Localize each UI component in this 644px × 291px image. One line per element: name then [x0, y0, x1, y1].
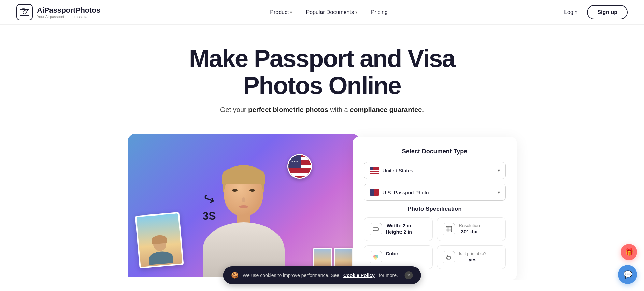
spec-printable-info: Is it printable? yes [459, 251, 487, 262]
hero-section: Make Passport and Visa Photos Online Get… [0, 25, 644, 280]
cookie-close-button[interactable]: × [405, 271, 413, 279]
country-select-wrapper: United States ▾ [364, 162, 506, 179]
doc-flag-icon [370, 189, 379, 196]
country-select-left: United States [370, 167, 413, 174]
color-svg [373, 254, 379, 260]
spec-resolution-label: Resolution [459, 223, 480, 228]
login-button[interactable]: Login [557, 6, 584, 18]
spec-dpi: 301 dpi [459, 229, 480, 234]
country-chevron-icon: ▾ [498, 168, 500, 173]
svg-point-18 [374, 256, 377, 260]
nav-product[interactable]: Product ▾ [264, 6, 298, 18]
spec-color: Color [364, 245, 433, 269]
document-select[interactable]: U.S. Passport Photo ▾ [364, 184, 506, 201]
spec-resolution: Resolution 301 dpi [437, 217, 506, 241]
document-select-wrapper: U.S. Passport Photo ▾ [364, 184, 506, 201]
cookie-emoji: 🍪 [231, 272, 239, 279]
nav-pricing-label: Pricing [371, 9, 388, 15]
hair-left [151, 235, 167, 245]
spec-width: Width: 2 in [386, 223, 412, 228]
chat-icon: 💬 [623, 270, 632, 279]
nose [242, 197, 245, 202]
logo[interactable]: AiPassportPhotos Your AI passport photo … [16, 4, 100, 20]
body-left [148, 251, 173, 265]
svg-point-22 [450, 257, 450, 258]
spec-resolution-info: Resolution 301 dpi [459, 223, 480, 234]
hero-title: Make Passport and Visa Photos Online [169, 45, 476, 99]
us-canton [370, 167, 373, 170]
nav-actions: Login Sign up [557, 5, 628, 19]
logo-name: AiPassportPhotos [37, 6, 100, 15]
document-select-text: U.S. Passport Photo [383, 190, 429, 195]
big-portrait [192, 147, 295, 277]
logo-icon [16, 4, 33, 20]
product-chevron-icon: ▾ [290, 10, 292, 15]
spec-color-info: Color [386, 251, 399, 257]
eye-left [232, 189, 238, 192]
gift-button[interactable]: 🎁 [621, 244, 637, 260]
hero-content: ✦✦✦ ↪ 3S [83, 130, 561, 280]
logo-text: AiPassportPhotos Your AI passport photo … [37, 6, 100, 19]
portrait-figure [203, 172, 285, 277]
hero-image: ✦✦✦ ↪ 3S [128, 134, 360, 277]
svg-rect-21 [447, 258, 450, 259]
printer-icon [443, 251, 455, 263]
doc-flag-red [374, 189, 379, 196]
printer-svg [446, 254, 452, 260]
cookie-text: We use cookies to improve performance. S… [243, 273, 339, 278]
silhouette-left [138, 236, 182, 267]
document-panel: Select Document Type [353, 137, 517, 280]
ruler-svg [373, 226, 379, 232]
nav-pricing[interactable]: Pricing [366, 6, 393, 18]
gift-icon: 🎁 [625, 248, 633, 256]
us-stripe-3 [370, 172, 379, 173]
country-select-text: United States [383, 168, 413, 174]
camera-icon [20, 8, 29, 17]
mouth [239, 205, 248, 208]
svg-point-3 [27, 10, 28, 11]
nav-links: Product ▾ Popular Documents ▾ Pricing [264, 6, 393, 18]
country-select[interactable]: United States ▾ [364, 162, 506, 179]
navbar: AiPassportPhotos Your AI passport photo … [0, 0, 644, 25]
spec-title: Photo Specification [364, 206, 506, 212]
document-select-left: U.S. Passport Photo [370, 189, 429, 196]
spec-size: Width: 2 in Height: 2 in [364, 217, 433, 241]
cookie-suffix: for more. [379, 273, 398, 278]
spec-grid: Width: 2 in Height: 2 in [364, 217, 506, 269]
photo-card-left [135, 212, 184, 269]
spec-printable-value: yes [459, 257, 487, 262]
ruler-icon [370, 223, 382, 235]
signup-button[interactable]: Sign up [587, 5, 628, 19]
svg-point-1 [23, 11, 26, 14]
nav-popular-docs[interactable]: Popular Documents ▾ [300, 6, 363, 18]
nav-popular-label: Popular Documents [306, 9, 354, 15]
panel-title: Select Document Type [364, 148, 506, 155]
logo-sub: Your AI passport photo assistant. [37, 15, 100, 19]
spec-color-text: Color [386, 251, 399, 257]
spec-printable-label: Is it printable? [459, 251, 487, 256]
spec-size-info: Width: 2 in Height: 2 in [386, 223, 412, 235]
spec-printable: Is it printable? yes [437, 245, 506, 269]
hero-subtitle: Get your perfect biometric photos with a… [16, 106, 628, 114]
svg-rect-20 [447, 255, 450, 257]
svg-rect-0 [20, 9, 29, 16]
spec-height: Height: 2 in [386, 229, 412, 235]
portrait-head [224, 172, 263, 216]
resolution-svg [446, 226, 452, 232]
head-left [153, 238, 167, 252]
color-icon [370, 251, 382, 263]
portrait-hair-top [222, 167, 265, 184]
doc-flag-blue [370, 189, 374, 196]
photo-card-left-inner [136, 213, 182, 267]
document-chevron-icon: ▾ [498, 190, 500, 195]
eye-right [249, 189, 255, 192]
popular-chevron-icon: ▾ [355, 10, 357, 15]
nav-product-label: Product [270, 9, 289, 15]
resolution-icon [443, 223, 455, 235]
cookie-policy-link[interactable]: Cookie Policy [343, 273, 375, 278]
us-flag-icon [370, 167, 379, 174]
cookie-banner: 🍪 We use cookies to improve performance.… [223, 266, 421, 280]
